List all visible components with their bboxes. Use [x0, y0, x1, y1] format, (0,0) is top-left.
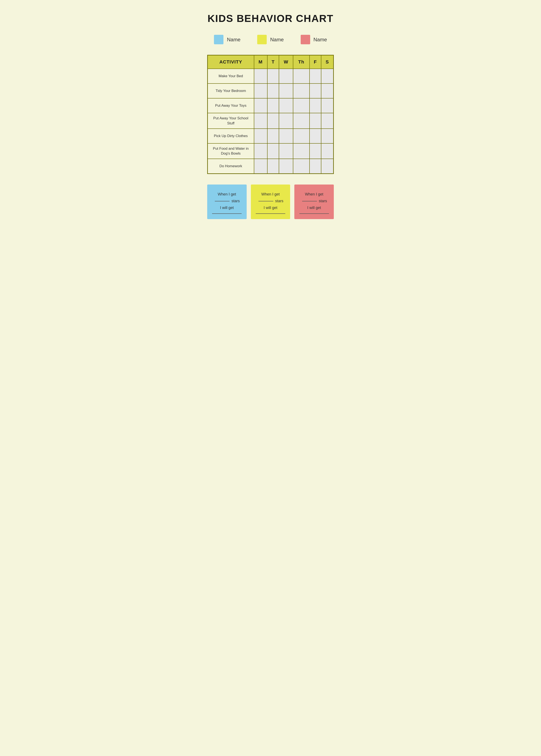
data-cell-1-3 [293, 84, 309, 98]
data-cell-4-3 [293, 128, 309, 143]
data-cell-4-2 [279, 128, 293, 143]
table-row: Pick Up Dirty Clothes [208, 128, 333, 143]
header-day-w: W [279, 55, 293, 69]
table-row: Put Away Your School Stuff [208, 113, 333, 128]
data-cell-0-3 [293, 69, 309, 84]
data-cell-0-2 [279, 69, 293, 84]
reward-underline-blue [212, 213, 242, 214]
reward-stars-line-pink [302, 201, 317, 201]
data-cell-5-1 [267, 143, 279, 159]
data-cell-2-4 [309, 98, 321, 113]
legend-label-pink: Name [313, 37, 327, 43]
data-cell-6-4 [309, 159, 321, 173]
reward-line2-pink: stars [319, 199, 327, 203]
data-cell-3-4 [309, 113, 321, 128]
legend-item-blue: Name [214, 35, 240, 44]
data-cell-1-2 [279, 84, 293, 98]
behavior-table-container: ACTIVITY M T W Th F S Make Your BedTidy … [207, 55, 334, 174]
data-cell-1-1 [267, 84, 279, 98]
activity-cell-4: Pick Up Dirty Clothes [208, 128, 254, 143]
data-cell-3-2 [279, 113, 293, 128]
reward-box-blue: When I get stars I will get [207, 184, 247, 219]
activity-cell-6: Do Homework [208, 159, 254, 173]
reward-underline-yellow [256, 213, 285, 214]
behavior-table: ACTIVITY M T W Th F S Make Your BedTidy … [207, 55, 334, 174]
data-cell-1-0 [254, 84, 267, 98]
data-cell-3-5 [321, 113, 333, 128]
reward-stars-line-yellow [259, 201, 273, 201]
header-day-th: Th [293, 55, 309, 69]
data-cell-3-0 [254, 113, 267, 128]
data-cell-5-5 [321, 143, 333, 159]
reward-box-pink: When I get stars I will get [294, 184, 334, 219]
activity-cell-3: Put Away Your School Stuff [208, 113, 254, 128]
legend-label-blue: Name [227, 37, 240, 43]
activity-cell-2: Put Away Your Toys [208, 98, 254, 113]
table-row: Make Your Bed [208, 69, 333, 84]
data-cell-2-5 [321, 98, 333, 113]
reward-stars-line-blue [215, 201, 230, 201]
reward-underline-pink [299, 213, 329, 214]
reward-box-yellow: When I get stars I will get [251, 184, 290, 219]
data-cell-6-5 [321, 159, 333, 173]
reward-line1-blue: When I get [218, 192, 236, 196]
data-cell-2-3 [293, 98, 309, 113]
data-cell-6-1 [267, 159, 279, 173]
reward-line2-yellow: stars [275, 199, 283, 203]
data-cell-5-3 [293, 143, 309, 159]
data-cell-1-5 [321, 84, 333, 98]
data-cell-5-0 [254, 143, 267, 159]
data-cell-4-0 [254, 128, 267, 143]
header-day-t: T [267, 55, 279, 69]
table-row: Tidy Your Bedroom [208, 84, 333, 98]
data-cell-6-2 [279, 159, 293, 173]
header-day-s: S [321, 55, 333, 69]
reward-line1-pink: When I get [305, 192, 323, 196]
header-activity: ACTIVITY [208, 55, 254, 69]
page: KIDS BEHAVIOR CHART Name Name Name ACTIV… [195, 0, 346, 230]
activity-cell-5: Put Food and Water in Dog's Bowls [208, 143, 254, 159]
legend-item-pink: Name [301, 35, 327, 44]
table-header-row: ACTIVITY M T W Th F S [208, 55, 333, 69]
data-cell-4-1 [267, 128, 279, 143]
table-row: Put Away Your Toys [208, 98, 333, 113]
data-cell-0-1 [267, 69, 279, 84]
legend-item-yellow: Name [257, 35, 283, 44]
data-cell-0-5 [321, 69, 333, 84]
reward-line1-yellow: When I get [261, 192, 279, 196]
data-cell-3-1 [267, 113, 279, 128]
data-cell-0-4 [309, 69, 321, 84]
data-cell-6-3 [293, 159, 309, 173]
legend-color-yellow [257, 35, 267, 44]
data-cell-5-2 [279, 143, 293, 159]
data-cell-3-3 [293, 113, 309, 128]
data-cell-6-0 [254, 159, 267, 173]
data-cell-4-4 [309, 128, 321, 143]
data-cell-4-5 [321, 128, 333, 143]
legend: Name Name Name [207, 35, 334, 44]
legend-color-pink [301, 35, 310, 44]
reward-line3-blue: I will get [220, 206, 234, 210]
page-title: KIDS BEHAVIOR CHART [208, 13, 333, 24]
reward-line2-blue: stars [232, 199, 240, 203]
reward-line3-yellow: I will get [264, 206, 277, 210]
table-row: Do Homework [208, 159, 333, 173]
reward-line3-pink: I will get [307, 206, 321, 210]
data-cell-2-2 [279, 98, 293, 113]
data-cell-0-0 [254, 69, 267, 84]
legend-label-yellow: Name [270, 37, 283, 43]
data-cell-2-0 [254, 98, 267, 113]
data-cell-5-4 [309, 143, 321, 159]
activity-cell-0: Make Your Bed [208, 69, 254, 84]
table-row: Put Food and Water in Dog's Bowls [208, 143, 333, 159]
data-cell-1-4 [309, 84, 321, 98]
header-day-f: F [309, 55, 321, 69]
header-day-m: M [254, 55, 267, 69]
legend-color-blue [214, 35, 224, 44]
data-cell-2-1 [267, 98, 279, 113]
activity-cell-1: Tidy Your Bedroom [208, 84, 254, 98]
rewards-section: When I get stars I will get When I get s… [207, 184, 334, 219]
